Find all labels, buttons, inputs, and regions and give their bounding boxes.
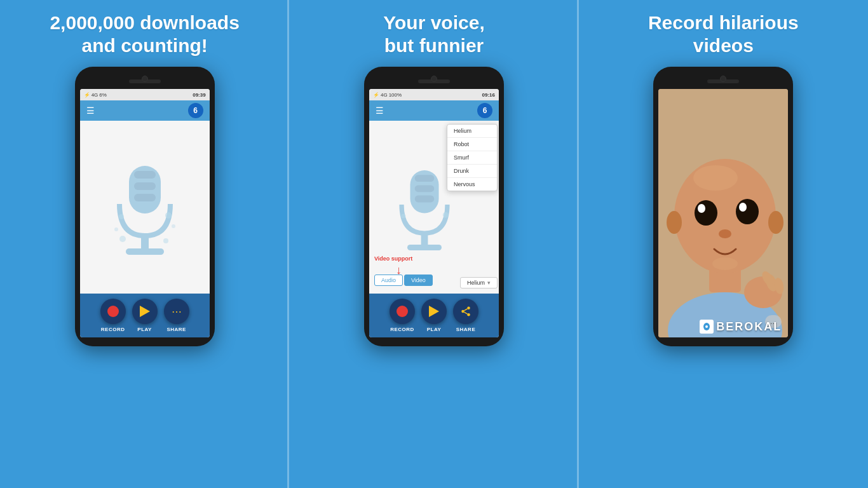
brand-text: BEROKAL (716, 320, 782, 334)
svg-point-8 (114, 227, 118, 231)
share-icon-1: ⋯ (172, 306, 182, 318)
voice-option-robot[interactable]: Robot (447, 138, 497, 151)
svg-point-46 (705, 325, 708, 328)
panel1-title: 2,000,000 downloads and counting! (50, 11, 239, 57)
audio-tab[interactable]: Audio (374, 274, 403, 286)
time-display-2: 09:16 (482, 92, 495, 98)
svg-point-11 (163, 238, 168, 243)
phone-camera-2 (431, 76, 437, 82)
svg-point-9 (172, 224, 175, 228)
bottom-buttons-1: ⋯ (100, 299, 189, 324)
play-button-2[interactable] (421, 299, 447, 324)
svg-point-21 (461, 310, 465, 313)
svg-point-20 (467, 307, 470, 310)
play-button-1[interactable] (132, 299, 158, 324)
panel3-title: Record hilarious videos (648, 11, 799, 57)
svg-point-35 (740, 204, 743, 208)
btn-labels-2: RECORD PLAY SHARE (390, 327, 478, 332)
record-icon-2 (397, 306, 408, 317)
svg-point-19 (443, 212, 449, 217)
usb-icon: ⚡ (84, 92, 90, 98)
panel-1: 2,000,000 downloads and counting! ⚡ 4G 6… (0, 0, 289, 488)
svg-point-39 (768, 211, 783, 234)
battery-text: 6% (99, 92, 107, 98)
dropdown-arrow-icon: ▾ (487, 280, 491, 286)
usb-icon-2: ⚡ (373, 92, 379, 98)
badge-count-1: 6 (188, 103, 203, 118)
svg-rect-17 (407, 245, 442, 250)
status-left: ⚡ 4G 6% (84, 92, 107, 98)
microphone-graphic-1 (110, 159, 180, 255)
phone-screen-2: ⚡ 4G 100% 09:16 ☰ 6 (369, 89, 499, 337)
svg-rect-1 (134, 171, 156, 179)
baby-video-screen: ... (658, 89, 788, 337)
svg-rect-2 (134, 182, 156, 190)
svg-rect-4 (141, 234, 149, 250)
svg-point-30 (695, 200, 717, 226)
svg-rect-13 (415, 175, 435, 182)
status-left-2: ⚡ 4G 100% (373, 92, 402, 98)
screen-content-1 (80, 121, 210, 294)
share-icon-2 (460, 306, 471, 317)
selected-voice-display: Helium ▾ (460, 277, 498, 288)
baby-face-graphic (658, 89, 788, 337)
share-label-2: SHARE (453, 327, 478, 332)
share-button-1[interactable]: ⋯ (164, 299, 189, 324)
svg-point-7 (165, 212, 172, 219)
svg-point-37 (712, 257, 738, 270)
svg-line-23 (464, 312, 467, 314)
play-icon-2 (429, 306, 439, 317)
phone-camera (142, 76, 148, 82)
phone-1: ⚡ 4G 6% 09:39 ☰ 6 (75, 67, 215, 346)
svg-point-33 (736, 199, 759, 224)
svg-rect-14 (415, 185, 435, 192)
signal-icon-2: 4G (381, 92, 388, 98)
svg-point-32 (698, 205, 702, 209)
screen-bottom-1: ⋯ RECORD PLAY SHARE (80, 294, 210, 337)
svg-point-29 (693, 165, 738, 191)
screen-content-2: Helium Robot Smurf Drunk Nervous Video s… (369, 121, 499, 294)
voice-option-nervous[interactable]: Nervous (447, 178, 497, 191)
svg-rect-16 (421, 232, 428, 247)
time-display: 09:39 (193, 92, 205, 98)
svg-point-36 (719, 229, 731, 238)
voice-dropdown[interactable]: Helium Robot Smurf Drunk Nervous (447, 124, 498, 191)
record-icon-1 (107, 306, 119, 317)
svg-point-38 (667, 211, 682, 234)
badge-count-2: 6 (477, 103, 492, 118)
svg-rect-5 (126, 248, 164, 255)
svg-line-24 (464, 309, 467, 311)
svg-rect-15 (415, 195, 435, 202)
status-bar-2: ⚡ 4G 100% 09:16 (369, 89, 499, 100)
btn-labels-1: RECORD PLAY SHARE (100, 327, 189, 332)
voice-option-drunk[interactable]: Drunk (447, 165, 497, 178)
berokal-icon (700, 320, 714, 334)
phone-3: ... BEROKAL (653, 67, 793, 346)
svg-point-10 (119, 236, 126, 242)
svg-point-22 (467, 313, 470, 316)
battery-text-2: 100% (389, 92, 402, 98)
screen-bottom-2: RECORD PLAY SHARE (369, 294, 499, 337)
voice-option-smurf[interactable]: Smurf (447, 151, 497, 165)
status-bar-1: ⚡ 4G 6% 09:39 (80, 89, 210, 100)
record-button-1[interactable] (100, 299, 126, 324)
nav-bar-1: ☰ 6 (80, 100, 210, 121)
svg-point-6 (119, 214, 124, 219)
record-button-2[interactable] (390, 299, 415, 324)
play-icon-1 (140, 306, 150, 317)
panel-3: Record hilarious videos (579, 0, 868, 488)
share-button-2[interactable] (453, 299, 478, 324)
hamburger-icon[interactable]: ☰ (86, 105, 95, 116)
selected-voice-text: Helium (467, 280, 485, 286)
play-label-2: PLAY (421, 327, 447, 332)
panel2-title: Your voice, but funnier (383, 11, 485, 57)
panel-2: Your voice, but funnier ⚡ 4G 100% 09:16 … (289, 0, 578, 488)
phone-2: ⚡ 4G 100% 09:16 ☰ 6 (364, 67, 504, 346)
record-label-2: RECORD (390, 327, 415, 332)
voice-option-helium[interactable]: Helium (447, 125, 497, 138)
av-tabs: Audio Video (374, 274, 433, 286)
hamburger-icon-2[interactable]: ☰ (376, 105, 384, 116)
berokal-logo: BEROKAL (700, 320, 782, 334)
video-tab[interactable]: Video (404, 274, 433, 286)
bottom-buttons-2 (390, 299, 478, 324)
